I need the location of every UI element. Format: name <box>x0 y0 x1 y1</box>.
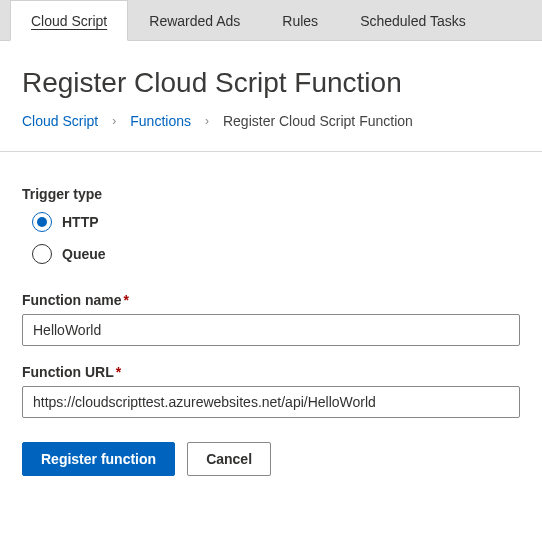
radio-label: Queue <box>62 246 106 262</box>
cancel-button[interactable]: Cancel <box>187 442 271 476</box>
function-url-input[interactable] <box>22 386 520 418</box>
function-url-field: Function URL* <box>22 364 520 418</box>
trigger-type-group: Trigger type HTTP Queue <box>22 186 520 264</box>
radio-label: HTTP <box>62 214 99 230</box>
chevron-right-icon: › <box>112 114 116 128</box>
function-name-input[interactable] <box>22 314 520 346</box>
tab-bar: Cloud Script Rewarded Ads Rules Schedule… <box>0 0 542 41</box>
breadcrumb-functions[interactable]: Functions <box>130 113 191 129</box>
divider <box>0 151 542 152</box>
tab-rewarded-ads[interactable]: Rewarded Ads <box>128 0 261 40</box>
tab-cloud-script[interactable]: Cloud Script <box>10 0 128 41</box>
breadcrumb: Cloud Script › Functions › Register Clou… <box>22 113 520 129</box>
breadcrumb-current: Register Cloud Script Function <box>223 113 413 129</box>
required-mark: * <box>124 292 129 308</box>
trigger-type-label: Trigger type <box>22 186 520 202</box>
action-bar: Register function Cancel <box>22 442 520 476</box>
function-url-label: Function URL* <box>22 364 121 380</box>
chevron-right-icon: › <box>205 114 209 128</box>
trigger-option-queue[interactable]: Queue <box>32 244 520 264</box>
radio-icon <box>32 212 52 232</box>
function-name-label: Function name* <box>22 292 129 308</box>
trigger-option-http[interactable]: HTTP <box>32 212 520 232</box>
page-content: Register Cloud Script Function Cloud Scr… <box>0 41 542 496</box>
function-name-field: Function name* <box>22 292 520 346</box>
breadcrumb-cloud-script[interactable]: Cloud Script <box>22 113 98 129</box>
required-mark: * <box>116 364 121 380</box>
tab-scheduled-tasks[interactable]: Scheduled Tasks <box>339 0 487 40</box>
tab-rules[interactable]: Rules <box>261 0 339 40</box>
page-title: Register Cloud Script Function <box>22 67 520 99</box>
register-function-button[interactable]: Register function <box>22 442 175 476</box>
radio-icon <box>32 244 52 264</box>
